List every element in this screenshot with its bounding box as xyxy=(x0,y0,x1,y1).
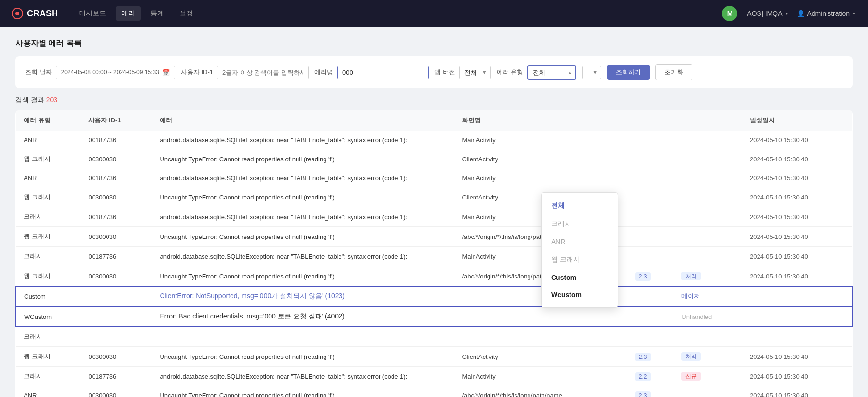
date-label: 조회 날짜 xyxy=(25,68,52,77)
table-row[interactable]: 크래시 xyxy=(16,327,852,347)
table-row[interactable]: 크래시 00187736 android.database.sqlite.SQL… xyxy=(16,367,852,386)
table-row[interactable]: ANR 00187736 android.database.sqlite.SQL… xyxy=(16,131,852,149)
col-date: 발생일시 xyxy=(742,110,852,131)
nav-item-dashboard[interactable]: 대시보드 xyxy=(73,6,112,21)
header-right: M [AOS] IMQA ▼ 👤 Administration ▼ xyxy=(722,6,856,21)
user-info[interactable]: 👤 Administration ▼ xyxy=(797,10,856,17)
error-type-select[interactable]: 전체 크래시 ANR 웹 크래시 Custom Wcustom xyxy=(527,65,576,80)
table-row[interactable]: 웹 크래시 00300030 Uncaught TypeError: Canno… xyxy=(16,227,852,247)
table-container: 에러 유형 사용자 ID-1 에러 화면명 발생일시 ANR 00187736 … xyxy=(15,110,853,397)
error-name-filter-group: 에러명 xyxy=(314,66,429,79)
dropdown-item-all[interactable]: 전체 xyxy=(542,197,618,215)
user-icon: 👤 xyxy=(797,10,805,17)
search-button[interactable]: 조회하기 xyxy=(607,65,650,80)
version-label: 앱 버전 xyxy=(434,68,455,77)
error-table: 에러 유형 사용자 ID-1 에러 화면명 발생일시 ANR 00187736 … xyxy=(15,110,853,397)
version-select-wrapper: 전체 ▼ xyxy=(459,66,491,79)
extra-select-wrapper: ▼ xyxy=(582,66,601,79)
error-type-select-wrapper: 전체 크래시 ANR 웹 크래시 Custom Wcustom ▲ xyxy=(527,65,576,80)
dropdown-item-crash[interactable]: 크래시 xyxy=(542,215,618,233)
table-row[interactable]: 웹 크래시 00300030 Uncaught TypeError: Canno… xyxy=(16,266,852,287)
nav: 대시보드 에러 통계 설정 xyxy=(73,6,706,21)
date-value: 2024-05-08 00:00 ~ 2024-05-09 15:33 xyxy=(61,69,159,76)
filter-bar: 조회 날짜 2024-05-08 00:00 ~ 2024-05-09 15:3… xyxy=(15,56,853,88)
user-chevron: ▼ xyxy=(852,11,856,16)
error-type-label: 에러 유형 xyxy=(497,68,524,77)
error-name-input[interactable] xyxy=(337,66,429,79)
user-id-filter-group: 사용자 ID-1 xyxy=(181,66,309,79)
col-user-id: 사용자 ID-1 xyxy=(81,110,152,131)
version-select[interactable]: 전체 xyxy=(459,66,491,79)
dropdown-item-webcrash[interactable]: 웹 크래시 xyxy=(542,251,618,269)
table-row[interactable]: ANR 00300030 Uncaught TypeError: Cannot … xyxy=(16,386,852,397)
error-type-dropdown: 전체 크래시 ANR 웹 크래시 Custom Wcustom xyxy=(541,192,618,308)
reset-button[interactable]: 초기화 xyxy=(655,64,692,80)
nav-item-settings[interactable]: 설정 xyxy=(174,6,199,21)
user-id-label: 사용자 ID-1 xyxy=(181,68,213,77)
results-header: 검색 결과 203 xyxy=(15,96,853,105)
nav-item-error[interactable]: 에러 xyxy=(116,6,141,21)
version-filter-group: 앱 버전 전체 ▼ xyxy=(434,66,491,79)
col-status xyxy=(674,110,742,131)
dropdown-item-anr[interactable]: ANR xyxy=(542,233,618,251)
table-row[interactable]: ANR 00187736 android.database.sqlite.SQL… xyxy=(16,169,852,187)
col-screen: 화면명 xyxy=(454,110,627,131)
extra-select[interactable] xyxy=(582,66,601,79)
error-name-label: 에러명 xyxy=(314,68,333,77)
results-count: 203 xyxy=(46,96,57,104)
col-error-type: 에러 유형 xyxy=(16,110,81,131)
avatar: M xyxy=(722,6,737,21)
calendar-icon: 📅 xyxy=(162,69,170,76)
page-title: 사용자별 에러 목록 xyxy=(15,39,853,49)
workspace-selector[interactable]: [AOS] IMQA ▼ xyxy=(745,10,789,17)
date-range-input[interactable]: 2024-05-08 00:00 ~ 2024-05-09 15:33 📅 xyxy=(56,66,175,79)
error-type-filter-group: 에러 유형 전체 크래시 ANR 웹 크래시 Custom Wcustom ▲ xyxy=(497,65,577,80)
logo-text: CRASH xyxy=(27,9,58,19)
user-id-input[interactable] xyxy=(217,66,309,79)
table-row[interactable]: 웹 크래시 00300030 Uncaught TypeError: Canno… xyxy=(16,187,852,207)
table-row-wcustom[interactable]: WCustom Error: Bad client credentials, m… xyxy=(16,306,852,327)
table-row-custom[interactable]: Custom ClientError: NotSupported, msg= 0… xyxy=(16,286,852,306)
table-row[interactable]: 웹 크래시 00300030 Uncaught TypeError: Canno… xyxy=(16,347,852,367)
col-error: 에러 xyxy=(152,110,454,131)
workspace-chevron: ▼ xyxy=(784,11,789,16)
logo-icon xyxy=(12,8,23,19)
table-row[interactable]: 웹 크래시 00300030 Uncaught TypeError: Canno… xyxy=(16,149,852,169)
nav-item-stats[interactable]: 통계 xyxy=(145,6,170,21)
logo[interactable]: CRASH xyxy=(12,8,58,19)
dropdown-item-wcustom[interactable]: Wcustom xyxy=(542,286,618,304)
table-row[interactable]: 크래시 00187736 android.database.sqlite.SQL… xyxy=(16,207,852,227)
table-row[interactable]: 크래시 00187736 android.database.sqlite.SQL… xyxy=(16,247,852,266)
header: CRASH 대시보드 에러 통계 설정 M [AOS] IMQA ▼ 👤 Adm… xyxy=(0,0,868,27)
main-content: 사용자별 에러 목록 조회 날짜 2024-05-08 00:00 ~ 2024… xyxy=(0,27,868,397)
col-version xyxy=(627,110,674,131)
dropdown-item-custom[interactable]: Custom xyxy=(542,269,618,286)
table-header-row: 에러 유형 사용자 ID-1 에러 화면명 발생일시 xyxy=(16,110,852,131)
date-filter-group: 조회 날짜 2024-05-08 00:00 ~ 2024-05-09 15:3… xyxy=(25,66,175,79)
